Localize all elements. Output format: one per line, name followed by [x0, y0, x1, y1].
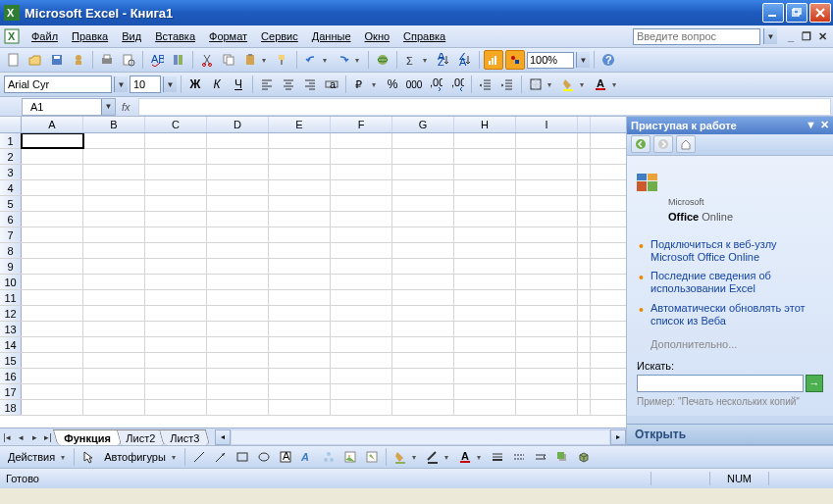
- cell-F17[interactable]: [331, 384, 392, 399]
- cell-C14[interactable]: [145, 337, 207, 352]
- cell-I3[interactable]: [516, 165, 578, 179]
- row-header-1[interactable]: 1: [0, 133, 22, 148]
- cell-G18[interactable]: [392, 400, 454, 415]
- sheet-tab-3[interactable]: Лист3: [158, 429, 209, 445]
- menu-format[interactable]: Формат: [203, 28, 253, 44]
- taskpane-search-go-button[interactable]: →: [806, 375, 823, 392]
- row-header-8[interactable]: 8: [0, 243, 22, 258]
- taskpane-back-icon[interactable]: [631, 135, 651, 153]
- row-header-14[interactable]: 14: [0, 337, 22, 352]
- row-header-15[interactable]: 15: [0, 353, 22, 368]
- cell-B16[interactable]: [83, 369, 145, 383]
- cell-H13[interactable]: [454, 322, 516, 336]
- doc-close-button[interactable]: ✕: [815, 29, 829, 43]
- cell-C12[interactable]: [145, 306, 207, 321]
- cell-E7[interactable]: [269, 227, 331, 242]
- autoshapes-menu[interactable]: Автофигуры: [100, 451, 170, 463]
- col-header-F[interactable]: F: [331, 117, 392, 132]
- cell-B7[interactable]: [83, 227, 145, 242]
- print-icon[interactable]: [97, 50, 117, 70]
- cell-I14[interactable]: [516, 337, 578, 352]
- cell-H2[interactable]: [454, 149, 516, 164]
- cell-H18[interactable]: [454, 400, 516, 415]
- increase-decimal-icon[interactable]: ,00: [426, 75, 445, 94]
- col-header-A[interactable]: A: [22, 117, 83, 132]
- cell-A11[interactable]: [22, 290, 83, 305]
- 3d-icon[interactable]: [574, 447, 594, 467]
- italic-icon[interactable]: К: [207, 75, 227, 94]
- cell-I4[interactable]: [516, 180, 578, 195]
- cell-H1[interactable]: [454, 133, 516, 148]
- spelling-icon[interactable]: ABC: [147, 50, 167, 70]
- cell-H3[interactable]: [454, 165, 516, 179]
- cell-D10[interactable]: [207, 275, 269, 289]
- taskpane-link-update[interactable]: Автоматически обновлять этот список из В…: [637, 299, 823, 330]
- cell-I10[interactable]: [516, 275, 578, 289]
- cell-H15[interactable]: [454, 353, 516, 368]
- cell-B3[interactable]: [83, 165, 145, 179]
- cell-B2[interactable]: [83, 149, 145, 164]
- cell-A6[interactable]: [22, 212, 83, 227]
- cell-D5[interactable]: [207, 196, 269, 211]
- col-header-I[interactable]: I: [516, 117, 578, 132]
- cell-C2[interactable]: [145, 149, 207, 164]
- cell-B13[interactable]: [83, 322, 145, 336]
- cell-B10[interactable]: [83, 275, 145, 289]
- cell-D12[interactable]: [207, 306, 269, 321]
- sheet-tab-active[interactable]: Функция: [53, 429, 122, 445]
- row-header-18[interactable]: 18: [0, 400, 22, 415]
- excel-doc-icon[interactable]: X: [4, 28, 20, 44]
- cell-F7[interactable]: [331, 227, 392, 242]
- taskpane-link-news[interactable]: Последние сведения об использовании Exce…: [637, 267, 823, 298]
- taskpane-link-connect[interactable]: Подключиться к веб-узлу Microsoft Office…: [637, 235, 823, 267]
- cell-I8[interactable]: [516, 243, 578, 258]
- row-header-16[interactable]: 16: [0, 369, 22, 383]
- doc-minimize-button[interactable]: _: [784, 29, 798, 43]
- cell-I17[interactable]: [516, 384, 578, 399]
- cell-D18[interactable]: [207, 400, 269, 415]
- zoom-combo[interactable]: 100%: [527, 52, 574, 69]
- cell-G17[interactable]: [392, 384, 454, 399]
- textbox-icon[interactable]: A: [276, 447, 295, 467]
- cell-D1[interactable]: [207, 133, 269, 148]
- cell-F13[interactable]: [331, 322, 392, 336]
- cell-I18[interactable]: [516, 400, 578, 415]
- cell-F8[interactable]: [331, 243, 392, 258]
- select-objects-icon[interactable]: [78, 447, 98, 467]
- hscroll-track[interactable]: [231, 429, 610, 445]
- name-box[interactable]: A1▼: [22, 98, 116, 116]
- sort-desc-icon[interactable]: ZA: [455, 50, 475, 70]
- cell-C7[interactable]: [145, 227, 207, 242]
- format-painter-icon[interactable]: [273, 50, 292, 70]
- cell-F2[interactable]: [331, 149, 392, 164]
- autosum-dropdown[interactable]: ▾: [423, 56, 432, 65]
- cell-C18[interactable]: [145, 400, 207, 415]
- cell-I16[interactable]: [516, 369, 578, 383]
- cell-B14[interactable]: [83, 337, 145, 352]
- menu-help[interactable]: Справка: [397, 28, 451, 44]
- cell-H8[interactable]: [454, 243, 516, 258]
- cell-A5[interactable]: [22, 196, 83, 211]
- cell-A9[interactable]: [22, 259, 83, 274]
- zoom-dropdown[interactable]: ▼: [576, 52, 590, 68]
- cell-E17[interactable]: [269, 384, 331, 399]
- cell-G9[interactable]: [392, 259, 454, 274]
- cell-H4[interactable]: [454, 180, 516, 195]
- cell-G13[interactable]: [392, 322, 454, 336]
- underline-icon[interactable]: Ч: [229, 75, 248, 94]
- actions-menu[interactable]: Действия: [4, 451, 59, 463]
- minimize-button[interactable]: [762, 3, 784, 23]
- cell-D17[interactable]: [207, 384, 269, 399]
- cell-I11[interactable]: [516, 290, 578, 305]
- row-header-6[interactable]: 6: [0, 212, 22, 227]
- cell-H6[interactable]: [454, 212, 516, 227]
- cell-G11[interactable]: [392, 290, 454, 305]
- cell-G4[interactable]: [392, 180, 454, 195]
- cell-G15[interactable]: [392, 353, 454, 368]
- cell-G8[interactable]: [392, 243, 454, 258]
- cell-D3[interactable]: [207, 165, 269, 179]
- cell-F11[interactable]: [331, 290, 392, 305]
- col-header-B[interactable]: B: [83, 117, 145, 132]
- formula-bar[interactable]: [138, 98, 831, 116]
- cell-I12[interactable]: [516, 306, 578, 321]
